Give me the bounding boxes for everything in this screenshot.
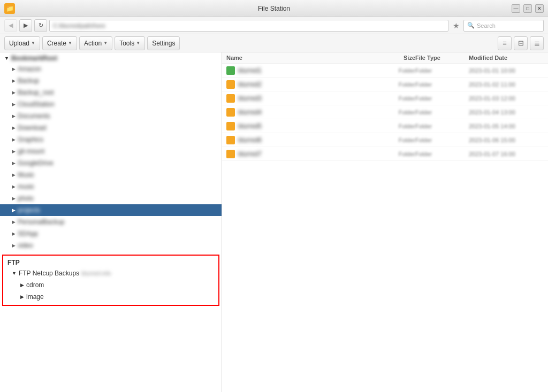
sidebar-item-9[interactable]: ▶Music — [0, 169, 222, 181]
maximize-button[interactable]: □ — [523, 4, 532, 13]
window-controls: — □ ✕ — [512, 4, 544, 13]
file-modified-0: 2023-01-01 10:00 — [469, 67, 544, 74]
content-header: Name Size File Type Modified Date — [222, 52, 548, 64]
ftp-cdrom-label: cdrom — [26, 281, 44, 289]
main-layout: ▼ BookmarkRoot ▶Amazon▶Backup▶Backup_roo… — [0, 52, 548, 392]
file-icon-3 — [226, 108, 235, 117]
file-name-2: blurred3 — [238, 95, 372, 102]
sidebar-item-13[interactable]: ▶PersonalBackup — [0, 216, 222, 228]
file-size-3: Folder — [372, 109, 415, 116]
sidebar: ▼ BookmarkRoot ▶Amazon▶Backup▶Backup_roo… — [0, 52, 222, 392]
file-row-5[interactable]: blurred6 Folder Folder 2023-01-06 15:00 — [222, 133, 548, 147]
file-modified-4: 2023-01-05 14:00 — [469, 123, 544, 129]
file-icon-4 — [226, 122, 235, 130]
file-name-5: blurred6 — [238, 136, 372, 144]
tools-button[interactable]: Tools ▼ — [115, 36, 145, 50]
file-icon-1 — [226, 80, 235, 89]
file-modified-3: 2023-01-04 13:00 — [469, 109, 544, 116]
file-row-2[interactable]: blurred3 Folder Folder 2023-01-03 12:00 — [222, 91, 548, 105]
back-button[interactable]: ◀ — [4, 19, 17, 32]
sidebar-item-10[interactable]: ▶music — [0, 181, 222, 193]
file-type-2: Folder — [415, 95, 469, 102]
ftp-main-detail: blurred-info — [81, 270, 111, 276]
minimize-button[interactable]: — — [512, 4, 520, 13]
file-row-4[interactable]: blurred5 Folder Folder 2023-01-05 14:00 — [222, 119, 548, 133]
sidebar-item-12[interactable]: ▶projects — [0, 204, 222, 216]
settings-button[interactable]: Settings — [147, 36, 180, 50]
sidebar-item-1[interactable]: ▶Backup — [0, 75, 222, 87]
column-size[interactable]: Size — [372, 55, 415, 61]
search-placeholder: Search — [477, 22, 496, 29]
toolbar: Upload ▼ Create ▼ Action ▼ Tools ▼ Setti… — [0, 34, 548, 52]
sidebar-root[interactable]: ▼ BookmarkRoot — [0, 52, 222, 63]
sidebar-item-2[interactable]: ▶Backup_root — [0, 87, 222, 98]
sidebar-item-3[interactable]: ▶CloudStation — [0, 98, 222, 110]
sidebar-item-14[interactable]: ▶SDApp — [0, 228, 222, 240]
file-size-0: Folder — [372, 67, 415, 74]
file-modified-2: 2023-01-03 12:00 — [469, 95, 544, 102]
sidebar-item-5[interactable]: ▶Download — [0, 122, 222, 134]
upload-button[interactable]: Upload ▼ — [4, 36, 40, 50]
favorite-button[interactable]: ★ — [451, 20, 461, 31]
file-type-0: Folder — [415, 67, 469, 74]
ftp-image-item[interactable]: ▶ image — [3, 291, 218, 303]
file-size-5: Folder — [372, 137, 415, 143]
file-name-6: blurred7 — [238, 150, 372, 158]
ftp-section: FTP ▼ FTP Netcup Backups blurred-info ▶ … — [2, 255, 219, 306]
close-button[interactable]: ✕ — [535, 4, 544, 13]
nav-bar: ◀ ▶ ↻ C:/blurred/path/here ★ 🔍 Search — [0, 17, 548, 34]
sidebar-item-0[interactable]: ▶Amazon — [0, 63, 222, 75]
forward-button[interactable]: ▶ — [19, 19, 32, 32]
create-button[interactable]: Create ▼ — [42, 36, 77, 50]
ftp-cdrom-item[interactable]: ▶ cdrom — [3, 279, 218, 291]
list-view-button[interactable]: ≡ — [498, 36, 512, 50]
ftp-main-label: FTP Netcup Backups — [19, 270, 79, 277]
file-icon-2 — [226, 94, 235, 103]
file-list: blurred1 Folder Folder 2023-01-01 10:00 … — [222, 64, 548, 392]
file-modified-5: 2023-01-06 15:00 — [469, 137, 544, 143]
compact-view-button[interactable]: ⊟ — [514, 36, 528, 50]
sidebar-item-7[interactable]: ▶git-mount — [0, 145, 222, 157]
detail-view-button[interactable]: ≣ — [530, 36, 544, 50]
column-modified[interactable]: Modified Date — [469, 55, 544, 61]
file-modified-6: 2023-01-07 16:00 — [469, 151, 544, 157]
ftp-title: FTP — [3, 258, 218, 267]
content-area: Name Size File Type Modified Date blurre… — [222, 52, 548, 392]
file-size-4: Folder — [372, 123, 415, 129]
file-row-6[interactable]: blurred7 Folder Folder 2023-01-07 16:00 — [222, 147, 548, 161]
file-row-1[interactable]: blurred2 Folder Folder 2023-01-02 11:00 — [222, 78, 548, 91]
view-controls: ≡ ⊟ ≣ — [498, 36, 544, 50]
action-button[interactable]: Action ▼ — [79, 36, 112, 50]
address-bar[interactable]: C:/blurred/path/here — [49, 20, 448, 32]
file-size-2: Folder — [372, 95, 415, 102]
sidebar-item-11[interactable]: ▶photo — [0, 193, 222, 204]
search-box[interactable]: 🔍 Search — [463, 20, 544, 32]
sidebar-item-15[interactable]: ▶video — [0, 240, 222, 251]
title-bar: 📁 File Station — □ ✕ — [0, 0, 548, 17]
file-type-4: Folder — [415, 123, 469, 129]
file-name-0: blurred1 — [238, 67, 372, 74]
file-row-0[interactable]: blurred1 Folder Folder 2023-01-01 10:00 — [222, 64, 548, 78]
file-row-3[interactable]: blurred4 Folder Folder 2023-01-04 13:00 — [222, 105, 548, 119]
app-icon: 📁 — [4, 3, 15, 14]
sidebar-item-4[interactable]: ▶Documents — [0, 110, 222, 122]
file-type-5: Folder — [415, 137, 469, 143]
file-icon-6 — [226, 150, 235, 158]
column-name[interactable]: Name — [226, 55, 372, 61]
file-name-3: blurred4 — [238, 109, 372, 116]
file-size-1: Folder — [372, 81, 415, 88]
sidebar-item-8[interactable]: ▶GoogleDrive — [0, 157, 222, 169]
file-modified-1: 2023-01-02 11:00 — [469, 81, 544, 88]
file-icon-0 — [226, 66, 235, 75]
file-name-4: blurred5 — [238, 122, 372, 130]
refresh-button[interactable]: ↻ — [34, 19, 47, 32]
file-type-3: Folder — [415, 109, 469, 116]
column-type[interactable]: File Type — [415, 55, 469, 61]
file-type-6: Folder — [415, 151, 469, 157]
file-icon-5 — [226, 136, 235, 144]
sidebar-item-6[interactable]: ▶Graphics — [0, 134, 222, 145]
file-name-1: blurred2 — [238, 81, 372, 88]
ftp-image-label: image — [26, 293, 44, 301]
ftp-main-item[interactable]: ▼ FTP Netcup Backups blurred-info — [3, 267, 218, 279]
file-size-6: Folder — [372, 151, 415, 157]
